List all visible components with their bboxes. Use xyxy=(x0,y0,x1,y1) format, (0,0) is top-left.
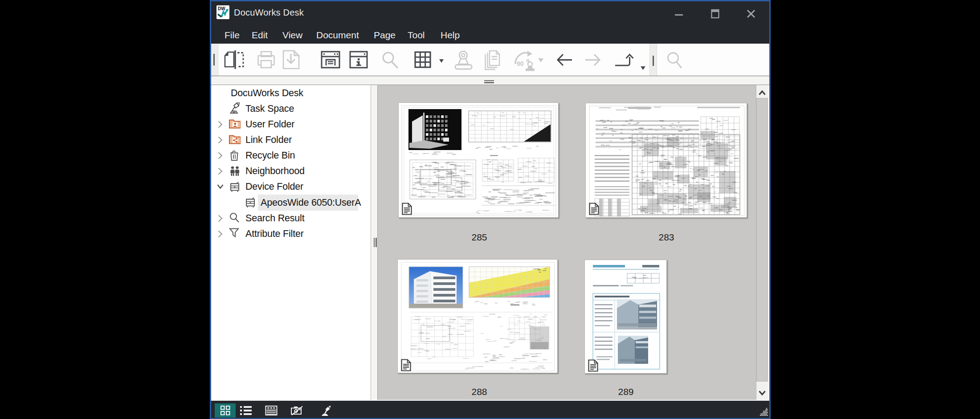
svg-text:DW: DW xyxy=(218,6,225,11)
svg-text:90: 90 xyxy=(517,60,524,67)
